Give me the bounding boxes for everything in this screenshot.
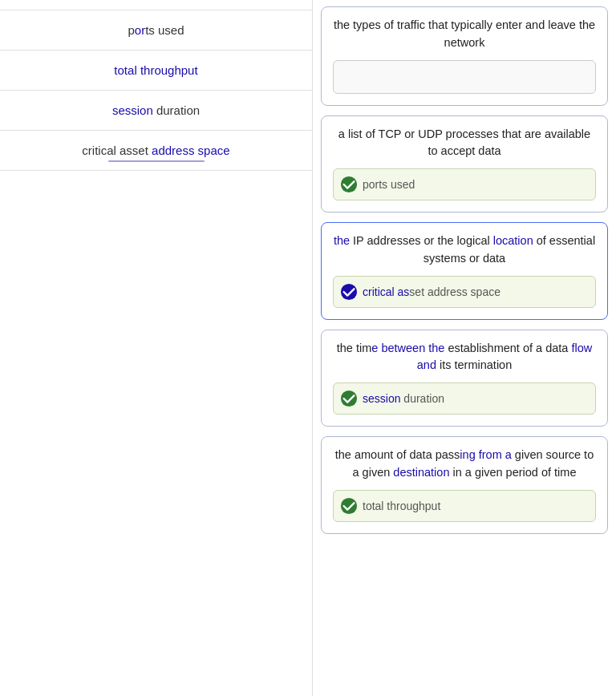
card-types-of-traffic: the types of traffic that typically ente…: [321, 6, 608, 106]
list-item-critical-asset[interactable]: critical asset address space: [0, 131, 312, 171]
check-icon-ip: [340, 283, 358, 301]
definition-text-session: the time between the establishment of a …: [333, 340, 596, 375]
card-tcp-udp: a list of TCP or UDP processes that are …: [321, 115, 608, 213]
card-total-throughput: the amount of data passing from a given …: [321, 436, 608, 534]
check-icon-session: [340, 390, 358, 407]
list-item-total-throughput[interactable]: total throughput: [0, 51, 312, 91]
definition-text-traffic: the types of traffic that typically ente…: [333, 17, 596, 52]
main-container: ports used total throughput session dura…: [0, 0, 616, 696]
card-ip-addresses: the IP addresses or the logical location…: [321, 222, 608, 320]
drop-zone-text-session: session duration: [363, 392, 444, 405]
card-session-duration: the time between the establishment of a …: [321, 330, 608, 427]
list-item-session-duration[interactable]: session duration: [0, 91, 312, 131]
item-label-ports-used: ports used: [128, 23, 184, 37]
drop-zone-throughput[interactable]: total throughput: [333, 490, 596, 522]
drop-zone-text-tcp: ports used: [363, 178, 415, 191]
definition-text-throughput: the amount of data passing from a given …: [333, 447, 596, 482]
drop-zone-session[interactable]: session duration: [333, 382, 596, 415]
left-column: ports used total throughput session dura…: [0, 0, 313, 696]
drop-zone-tcp[interactable]: ports used: [333, 168, 596, 200]
drop-zone-traffic[interactable]: [333, 60, 596, 94]
check-icon-throughput: [340, 497, 358, 515]
list-item-partial[interactable]: [0, 0, 312, 10]
item-label-total-throughput: total throughput: [114, 63, 197, 77]
drop-zone-ip[interactable]: critical asset address space: [333, 276, 596, 308]
definition-text-ip: the IP addresses or the logical location…: [333, 233, 596, 268]
right-column: the types of traffic that typically ente…: [313, 0, 616, 696]
definition-text-tcp: a list of TCP or UDP processes that are …: [333, 126, 596, 161]
check-icon-tcp: [340, 176, 358, 193]
drop-zone-text-throughput: total throughput: [363, 500, 440, 512]
drop-zone-text-ip: critical asset address space: [363, 285, 500, 298]
item-label-session-duration: session duration: [112, 103, 200, 117]
list-item-ports-used[interactable]: ports used: [0, 10, 312, 51]
item-label-critical-asset: critical asset address space: [82, 144, 229, 157]
